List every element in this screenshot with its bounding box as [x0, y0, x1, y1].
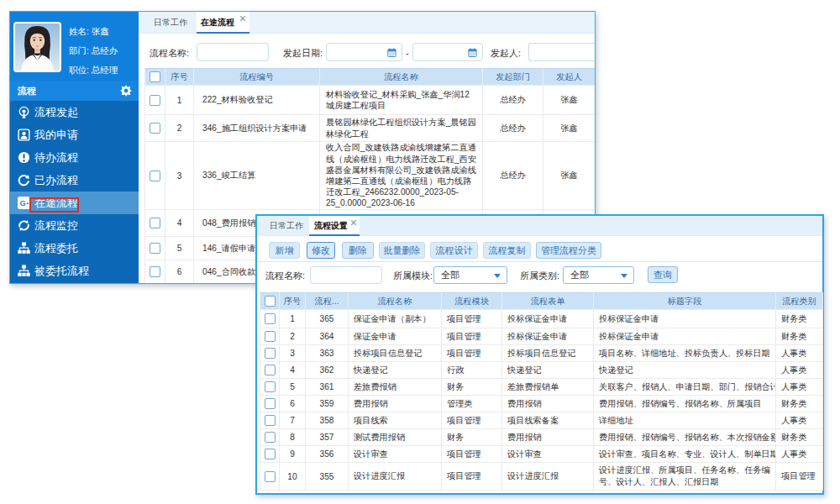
svg-text:G: G — [19, 199, 25, 207]
